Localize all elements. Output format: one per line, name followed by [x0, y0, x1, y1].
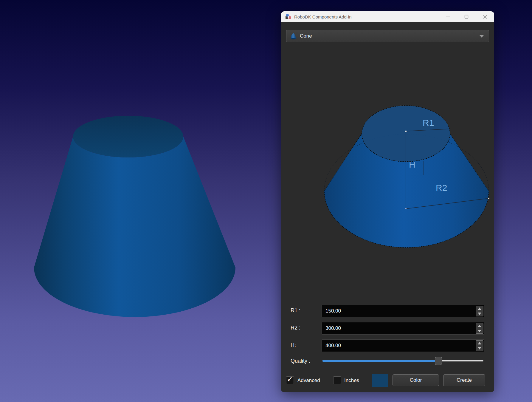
window-title: RoboDK Components Add-in: [294, 14, 352, 19]
h-label: H:: [291, 342, 296, 348]
spin-down-icon[interactable]: [478, 330, 481, 332]
r1-label: R1 :: [291, 307, 300, 314]
advanced-checkbox-label[interactable]: Advanced: [297, 378, 320, 384]
shape-selector-dropdown[interactable]: Cone: [286, 30, 489, 42]
spin-up-icon[interactable]: [478, 307, 481, 310]
r2-spinner: [476, 323, 483, 334]
quality-label: Quality :: [291, 358, 310, 364]
color-swatch: [372, 374, 388, 387]
diagram-h-label: H: [409, 160, 415, 169]
robodk-components-dialog: RoboDK Components Add-in: [281, 11, 494, 392]
r1-spinner: [476, 306, 483, 316]
chevron-down-icon: [479, 35, 484, 38]
create-button[interactable]: Create: [443, 374, 485, 386]
r2-field[interactable]: 300.00: [322, 322, 484, 335]
r2-label: R2 :: [291, 325, 300, 331]
title-bar: RoboDK Components Add-in: [281, 11, 494, 22]
close-icon: [483, 15, 487, 19]
h-spinner: [476, 340, 483, 351]
cone-dimension-diagram: R1 H R2: [322, 101, 492, 251]
r1-value: 150.00: [325, 308, 476, 314]
shape-selector-value: Cone: [300, 33, 312, 39]
close-button[interactable]: [476, 11, 494, 22]
window-controls: [439, 11, 494, 22]
diagram-r2-label: R2: [436, 183, 447, 193]
maximize-icon: [464, 15, 469, 19]
r2-value: 300.00: [325, 325, 476, 331]
spin-down-icon[interactable]: [478, 313, 481, 315]
minimize-icon: [446, 15, 450, 19]
quality-slider[interactable]: [322, 357, 483, 365]
color-button[interactable]: Color: [393, 374, 439, 386]
h-value: 400.00: [325, 343, 476, 349]
color-button-label: Color: [410, 377, 422, 383]
quality-slider-handle[interactable]: [435, 357, 442, 365]
r1-field[interactable]: 150.00: [322, 305, 484, 317]
h-field[interactable]: 400.00: [322, 339, 484, 352]
diagram-r1-label: R1: [423, 118, 434, 128]
spin-up-icon[interactable]: [478, 325, 481, 327]
spin-up-icon[interactable]: [478, 342, 481, 344]
maximize-button[interactable]: [457, 11, 476, 22]
advanced-checkbox[interactable]: ✓: [286, 376, 294, 384]
create-button-label: Create: [457, 377, 472, 383]
quality-slider-fill: [322, 360, 438, 362]
robodk-app-icon: [285, 13, 292, 20]
spin-down-icon[interactable]: [478, 347, 481, 350]
inches-checkbox-label[interactable]: Inches: [344, 378, 359, 384]
3d-cone-model: [28, 111, 240, 320]
cone-icon: [289, 32, 297, 40]
minimize-button[interactable]: [439, 11, 457, 22]
inches-checkbox[interactable]: [333, 376, 341, 384]
checkmark-icon: ✓: [286, 375, 293, 384]
